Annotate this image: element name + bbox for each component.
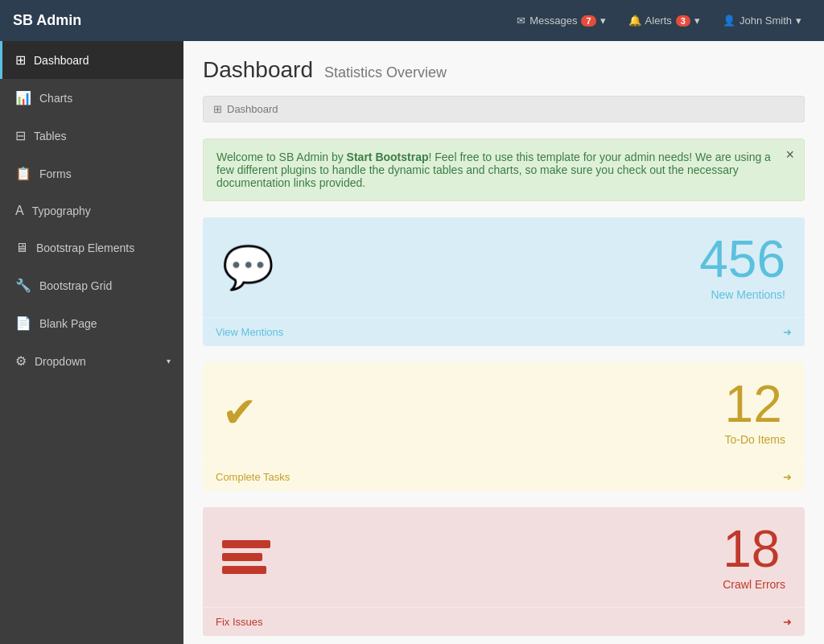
- sidebar-item-bootstrap-elements[interactable]: 🖥 Bootstrap Elements: [0, 229, 183, 266]
- mentions-card-body: 💬 456 New Mentions!: [203, 217, 805, 317]
- caret-icon: ▾: [167, 357, 171, 365]
- typography-icon: A: [15, 204, 24, 218]
- envelope-icon: ✉: [517, 14, 525, 27]
- errors-number: 18: [723, 523, 785, 575]
- content-area: Dashboard Statistics Overview ⊞ Dashboar…: [183, 41, 824, 644]
- tasks-footer[interactable]: Complete Tasks ➜: [203, 462, 805, 491]
- sidebar-item-label: Forms: [39, 167, 72, 180]
- tasks-card-body: ✔ 12 To-Do Items: [203, 362, 805, 462]
- sidebar-item-label: Bootstrap Elements: [36, 242, 134, 254]
- tasks-stats: 12 To-Do Items: [725, 378, 785, 446]
- wrench-icon: 🔧: [15, 278, 31, 293]
- brand-link[interactable]: SB Admin: [13, 12, 507, 29]
- sidebar-item-blank-page[interactable]: 📄 Blank Page: [0, 304, 183, 342]
- messages-badge: 7: [581, 15, 595, 27]
- errors-card: 18 Crawl Errors Fix Issues ➜: [203, 507, 805, 636]
- sidebar-item-forms[interactable]: 📋 Forms: [0, 155, 183, 192]
- sidebar-item-label: Charts: [39, 92, 72, 105]
- errors-link[interactable]: Fix Issues: [216, 616, 263, 628]
- arrow-right-icon: ➜: [783, 471, 792, 483]
- home-icon: ⊞: [213, 103, 222, 115]
- errors-label: Crawl Errors: [723, 578, 785, 591]
- breadcrumb-label: Dashboard: [227, 103, 278, 115]
- sidebar-item-label: Blank Page: [39, 317, 97, 330]
- tasks-number: 12: [725, 378, 785, 430]
- sidebar-item-label: Dropdown: [35, 355, 86, 368]
- sidebar-item-label: Bootstrap Grid: [39, 279, 112, 292]
- check-icon: ✔: [222, 388, 258, 436]
- bell-icon: 🔔: [628, 14, 641, 27]
- chat-icon: 💬: [222, 243, 274, 292]
- monitor-icon: 🖥: [15, 241, 28, 255]
- forms-icon: 📋: [15, 166, 31, 181]
- file-icon: 📄: [15, 316, 31, 331]
- sidebar-item-label: Dashboard: [34, 54, 89, 67]
- sidebar-item-label: Tables: [34, 130, 66, 142]
- breadcrumb: ⊞ Dashboard: [203, 96, 805, 122]
- errors-footer[interactable]: Fix Issues ➜: [203, 607, 805, 636]
- mentions-card: 💬 456 New Mentions! View Mentions ➜: [203, 217, 805, 346]
- mentions-number: 456: [699, 233, 785, 285]
- user-icon: 👤: [723, 14, 735, 27]
- sidebar-item-typography[interactable]: A Typography: [0, 192, 183, 229]
- dropdown-icon: ⚙: [15, 353, 27, 369]
- sidebar: ⊞ Dashboard 📊 Charts ⊟ Tables 📋 Forms A …: [0, 41, 183, 644]
- messages-menu[interactable]: ✉ Messages 7 ▾: [507, 8, 615, 33]
- nav-right: ✉ Messages 7 ▾ 🔔 Alerts 3 ▾ 👤 John Smith…: [507, 8, 811, 33]
- info-alert: Welcome to SB Admin by Start Bootstrap! …: [203, 138, 805, 201]
- chevron-down-icon: ▾: [694, 14, 700, 27]
- mentions-stats: 456 New Mentions!: [699, 233, 785, 301]
- mentions-label: New Mentions!: [699, 288, 785, 301]
- user-menu[interactable]: 👤 John Smith ▾: [713, 8, 811, 33]
- tables-icon: ⊟: [15, 128, 26, 143]
- sidebar-item-label: Typography: [32, 204, 91, 217]
- tasks-label: To-Do Items: [725, 433, 785, 446]
- chevron-down-icon: ▾: [600, 14, 606, 27]
- charts-icon: 📊: [15, 90, 31, 105]
- sidebar-item-dashboard[interactable]: ⊞ Dashboard: [0, 41, 183, 79]
- alert-text: Welcome to SB Admin by Start Bootstrap! …: [216, 151, 771, 189]
- mentions-link[interactable]: View Mentions: [216, 326, 283, 338]
- sidebar-item-bootstrap-grid[interactable]: 🔧 Bootstrap Grid: [0, 266, 183, 304]
- sidebar-item-charts[interactable]: 📊 Charts: [0, 79, 183, 117]
- topbar: SB Admin ✉ Messages 7 ▾ 🔔 Alerts 3 ▾ 👤 J…: [0, 0, 824, 41]
- arrow-right-icon: ➜: [783, 616, 792, 628]
- sidebar-item-dropdown[interactable]: ⚙ Dropdown ▾: [0, 342, 183, 380]
- alerts-menu[interactable]: 🔔 Alerts 3 ▾: [619, 8, 710, 33]
- tasks-card: ✔ 12 To-Do Items Complete Tasks ➜: [203, 362, 805, 491]
- mentions-footer[interactable]: View Mentions ➜: [203, 317, 805, 346]
- main-layout: ⊞ Dashboard 📊 Charts ⊟ Tables 📋 Forms A …: [0, 41, 824, 644]
- alert-close-button[interactable]: ×: [785, 147, 794, 162]
- list-icon: [222, 540, 270, 574]
- page-subtitle: Statistics Overview: [324, 64, 447, 80]
- alert-bold: Start Bootstrap: [347, 151, 429, 163]
- page-title: Dashboard: [203, 57, 313, 82]
- errors-card-body: 18 Crawl Errors: [203, 507, 805, 607]
- chevron-down-icon: ▾: [796, 14, 801, 27]
- errors-stats: 18 Crawl Errors: [723, 523, 785, 591]
- sidebar-item-tables[interactable]: ⊟ Tables: [0, 117, 183, 155]
- tasks-link[interactable]: Complete Tasks: [216, 471, 290, 483]
- dashboard-icon: ⊞: [15, 52, 26, 68]
- alerts-badge: 3: [676, 15, 690, 27]
- page-header: Dashboard Statistics Overview: [203, 57, 805, 83]
- arrow-right-icon: ➜: [783, 326, 792, 338]
